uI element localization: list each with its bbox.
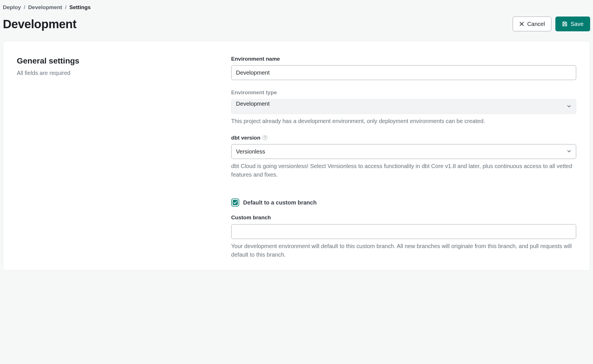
breadcrumb: Deploy / Development / Settings <box>3 2 590 13</box>
help-icon[interactable]: ? <box>263 135 267 140</box>
breadcrumb-link-development[interactable]: Development <box>28 3 62 12</box>
page-title: Development <box>3 15 76 33</box>
breadcrumb-current: Settings <box>69 3 91 12</box>
dbt-version-select[interactable]: Versionless <box>231 144 576 159</box>
custom-branch-checkbox-row[interactable]: Default to a custom branch <box>231 198 576 207</box>
settings-card: General settings All fields are required… <box>3 41 590 271</box>
close-icon <box>519 21 524 26</box>
save-icon <box>562 21 568 27</box>
custom-branch-checkbox[interactable] <box>231 199 239 206</box>
svg-rect-2 <box>564 24 566 26</box>
save-button-label: Save <box>570 21 584 27</box>
environment-type-value: Development <box>236 101 270 107</box>
field-custom-branch: Custom branch Your development environme… <box>231 214 576 259</box>
field-environment-name: Environment name <box>231 55 576 80</box>
custom-branch-input[interactable] <box>231 224 576 239</box>
breadcrumb-separator: / <box>24 3 25 12</box>
environment-type-select: Development <box>231 99 576 114</box>
environment-name-input[interactable] <box>231 65 576 80</box>
save-button[interactable]: Save <box>555 17 590 31</box>
section-subtitle: All fields are required <box>17 69 220 77</box>
dbt-version-label: dbt version <box>231 134 260 142</box>
environment-type-label: Environment type <box>231 89 576 97</box>
field-environment-type: Environment type Development This projec… <box>231 89 576 125</box>
custom-branch-help: Your development environment will defaul… <box>231 242 576 259</box>
cancel-button[interactable]: Cancel <box>513 17 551 31</box>
custom-branch-label: Custom branch <box>231 214 576 222</box>
section-header: General settings All fields are required <box>17 55 220 259</box>
breadcrumb-link-deploy[interactable]: Deploy <box>3 3 21 12</box>
environment-name-label: Environment name <box>231 55 576 63</box>
field-dbt-version: dbt version ? Versionless <box>231 134 576 179</box>
custom-branch-checkbox-label: Default to a custom branch <box>243 198 317 207</box>
environment-type-help: This project already has a development e… <box>231 117 576 125</box>
dbt-version-help: dbt Cloud is going versionless! Select V… <box>231 162 576 179</box>
check-icon <box>233 200 237 205</box>
cancel-button-label: Cancel <box>527 21 545 27</box>
dbt-version-value: Versionless <box>236 147 265 156</box>
section-title: General settings <box>17 55 220 67</box>
breadcrumb-separator: / <box>65 3 66 12</box>
